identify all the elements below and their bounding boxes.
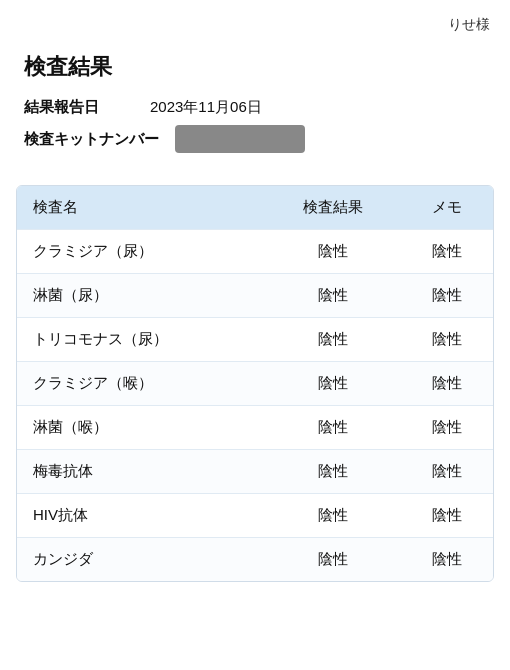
table-row: クラミジア（尿）陰性陰性 <box>17 230 493 274</box>
results-table: 検査名 検査結果 メモ クラミジア（尿）陰性陰性淋菌（尿）陰性陰性トリコモナス（… <box>17 186 493 581</box>
cell-name: 梅毒抗体 <box>17 450 265 494</box>
table-container: 検査名 検査結果 メモ クラミジア（尿）陰性陰性淋菌（尿）陰性陰性トリコモナス（… <box>16 185 494 582</box>
page-title: 検査結果 <box>0 42 510 98</box>
cell-memo: 陰性 <box>401 230 493 274</box>
cell-result: 陰性 <box>265 362 401 406</box>
cell-memo: 陰性 <box>401 406 493 450</box>
table-header-row: 検査名 検査結果 メモ <box>17 186 493 230</box>
table-row: クラミジア（喉）陰性陰性 <box>17 362 493 406</box>
info-section: 結果報告日 2023年11月06日 検査キットナンバー <box>0 98 510 177</box>
cell-result: 陰性 <box>265 406 401 450</box>
report-date-label: 結果報告日 <box>24 98 134 117</box>
table-row: カンジダ陰性陰性 <box>17 538 493 582</box>
table-row: 梅毒抗体陰性陰性 <box>17 450 493 494</box>
col-header-memo: メモ <box>401 186 493 230</box>
cell-memo: 陰性 <box>401 450 493 494</box>
cell-memo: 陰性 <box>401 318 493 362</box>
kit-number-value-box <box>175 125 305 153</box>
table-row: 淋菌（喉）陰性陰性 <box>17 406 493 450</box>
kit-number-row: 検査キットナンバー <box>24 125 486 153</box>
cell-name: 淋菌（尿） <box>17 274 265 318</box>
report-date-row: 結果報告日 2023年11月06日 <box>24 98 486 117</box>
cell-result: 陰性 <box>265 494 401 538</box>
cell-name: クラミジア（喉） <box>17 362 265 406</box>
user-name: りせ様 <box>448 16 490 32</box>
cell-memo: 陰性 <box>401 362 493 406</box>
col-header-name: 検査名 <box>17 186 265 230</box>
cell-name: 淋菌（喉） <box>17 406 265 450</box>
table-row: HIV抗体陰性陰性 <box>17 494 493 538</box>
cell-memo: 陰性 <box>401 538 493 582</box>
cell-memo: 陰性 <box>401 494 493 538</box>
report-date-value: 2023年11月06日 <box>150 98 262 117</box>
cell-name: HIV抗体 <box>17 494 265 538</box>
kit-number-label: 検査キットナンバー <box>24 130 159 149</box>
cell-memo: 陰性 <box>401 274 493 318</box>
cell-result: 陰性 <box>265 230 401 274</box>
table-row: トリコモナス（尿）陰性陰性 <box>17 318 493 362</box>
cell-result: 陰性 <box>265 450 401 494</box>
user-name-area: りせ様 <box>0 0 510 42</box>
col-header-result: 検査結果 <box>265 186 401 230</box>
cell-name: クラミジア（尿） <box>17 230 265 274</box>
cell-result: 陰性 <box>265 538 401 582</box>
cell-name: トリコモナス（尿） <box>17 318 265 362</box>
table-row: 淋菌（尿）陰性陰性 <box>17 274 493 318</box>
cell-result: 陰性 <box>265 274 401 318</box>
cell-result: 陰性 <box>265 318 401 362</box>
cell-name: カンジダ <box>17 538 265 582</box>
